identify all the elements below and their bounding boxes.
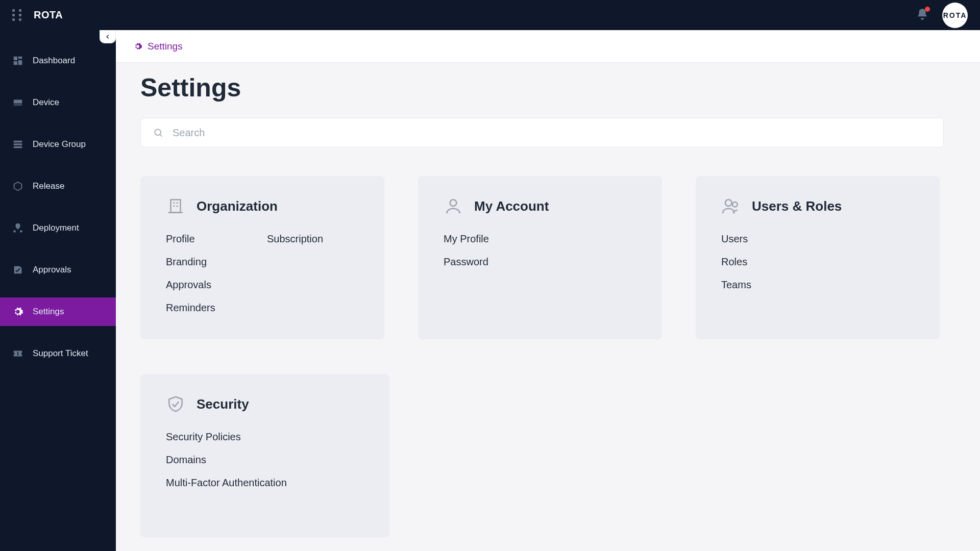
shield-icon	[166, 394, 185, 414]
grip-icon[interactable]	[12, 9, 23, 21]
link-approvals[interactable]: Approvals	[166, 279, 258, 291]
link-reminders[interactable]: Reminders	[166, 302, 258, 314]
sidebar-item-settings[interactable]: Settings	[0, 297, 116, 326]
card-title: Organization	[197, 198, 278, 214]
avatar[interactable]: ROTA	[942, 3, 968, 28]
sidebar-item-dashboard[interactable]: Dashboard	[0, 46, 116, 75]
link-subscription[interactable]: Subscription	[267, 233, 359, 245]
chevron-left-icon	[104, 33, 111, 40]
link-password[interactable]: Password	[444, 256, 636, 268]
sidebar-item-label: Device	[33, 97, 59, 108]
search-icon	[153, 128, 163, 138]
card-title: Security	[197, 396, 249, 412]
sidebar: Dashboard Device Device Group Release De…	[0, 30, 116, 551]
svg-point-10	[732, 202, 738, 207]
approvals-icon	[12, 264, 23, 276]
card-users-roles: Users & Roles Users Roles Teams	[696, 176, 940, 339]
sidebar-item-device[interactable]: Device	[0, 88, 116, 117]
svg-rect-2	[171, 199, 181, 212]
device-icon	[12, 97, 23, 108]
users-icon	[721, 196, 741, 216]
settings-card-grid-row2: Security Security Policies Domains Multi…	[140, 374, 955, 537]
sidebar-item-label: Dashboard	[33, 56, 75, 66]
sidebar-item-label: Release	[33, 181, 64, 191]
search-input[interactable]	[173, 127, 931, 139]
sidebar-item-device-group[interactable]: Device Group	[0, 130, 116, 159]
release-icon	[12, 181, 23, 192]
link-branding[interactable]: Branding	[166, 256, 258, 268]
user-icon	[444, 196, 463, 216]
dashboard-icon	[12, 55, 23, 66]
svg-point-0	[155, 129, 161, 135]
sidebar-item-release[interactable]: Release	[0, 172, 116, 201]
notifications-button[interactable]	[916, 8, 929, 23]
svg-point-9	[725, 199, 732, 206]
card-my-account: My Account My Profile Password	[418, 176, 662, 339]
breadcrumb: Settings	[116, 30, 980, 63]
notification-dot-icon	[925, 7, 930, 12]
page-title: Settings	[140, 73, 955, 103]
breadcrumb-current: Settings	[148, 41, 183, 52]
building-icon	[166, 196, 185, 216]
settings-card-grid: Organization Profile Subscription Brandi…	[140, 176, 944, 339]
sidebar-item-label: Deployment	[33, 223, 79, 233]
svg-point-8	[450, 199, 457, 206]
sidebar-item-label: Settings	[33, 307, 64, 317]
link-my-profile[interactable]: My Profile	[444, 233, 636, 245]
card-security: Security Security Policies Domains Multi…	[140, 374, 389, 537]
link-teams[interactable]: Teams	[721, 279, 914, 291]
link-roles[interactable]: Roles	[721, 256, 914, 268]
gear-icon	[133, 42, 142, 51]
link-security-policies[interactable]: Security Policies	[166, 431, 364, 443]
sidebar-item-support-ticket[interactable]: Support Ticket	[0, 339, 116, 368]
link-domains[interactable]: Domains	[166, 454, 364, 466]
sidebar-item-deployment[interactable]: Deployment	[0, 214, 116, 242]
link-users[interactable]: Users	[721, 233, 914, 245]
sidebar-collapse-button[interactable]	[100, 30, 116, 43]
sidebar-item-label: Support Ticket	[33, 348, 88, 359]
svg-line-1	[160, 135, 162, 137]
card-title: My Account	[474, 198, 549, 214]
sidebar-item-label: Device Group	[33, 139, 86, 149]
brand-label: ROTA	[34, 9, 63, 21]
link-mfa[interactable]: Multi-Factor Authentication	[166, 477, 364, 489]
main: Settings Organization Profile Subscripti…	[116, 63, 980, 551]
card-organization: Organization Profile Subscription Brandi…	[140, 176, 384, 339]
sidebar-item-approvals[interactable]: Approvals	[0, 256, 116, 284]
sidebar-item-label: Approvals	[33, 265, 71, 275]
topbar: ROTA ROTA	[0, 0, 980, 30]
card-title: Users & Roles	[752, 198, 842, 214]
ticket-icon	[12, 348, 23, 359]
gear-icon	[12, 306, 23, 317]
device-group-icon	[12, 139, 23, 150]
link-profile[interactable]: Profile	[166, 233, 258, 245]
deployment-icon	[12, 222, 23, 234]
search-field[interactable]	[140, 118, 944, 147]
